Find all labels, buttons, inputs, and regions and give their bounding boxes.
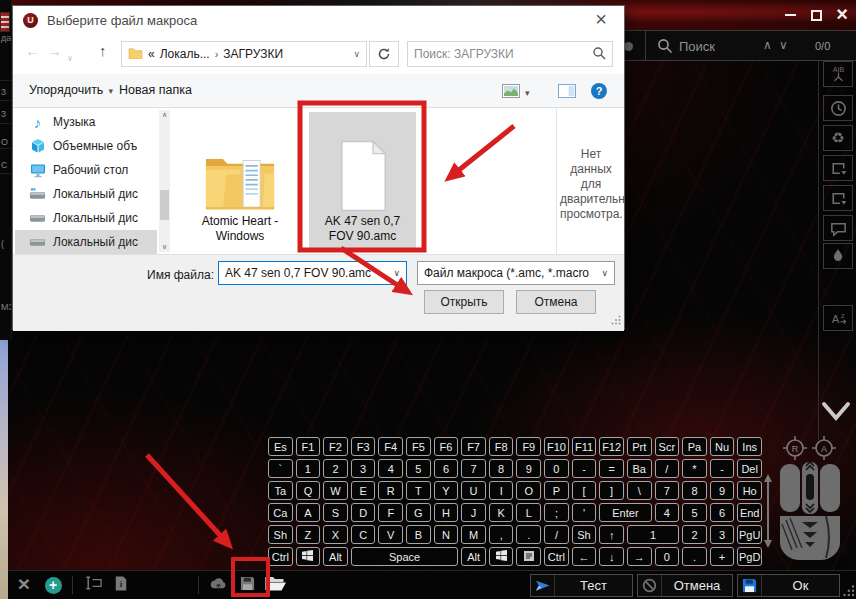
forward-button[interactable] xyxy=(47,42,62,59)
keyboard-key[interactable]: A xyxy=(296,503,321,522)
keyboard-key[interactable]: F4 xyxy=(378,437,403,456)
organize-menu[interactable]: Упорядочить xyxy=(29,83,113,97)
keyboard-key[interactable]: M xyxy=(461,525,486,544)
keyboard-key[interactable]: Scr xyxy=(655,437,680,456)
keyboard-key[interactable]: C xyxy=(351,525,376,544)
preview-pane-button[interactable] xyxy=(558,84,576,98)
keyboard-key[interactable]: Y xyxy=(434,481,459,500)
new-folder-button[interactable]: Новая папка xyxy=(119,83,192,97)
keyboard-key[interactable] xyxy=(489,547,514,566)
keyboard-key[interactable]: ← xyxy=(572,547,597,566)
keyboard-key[interactable]: Ctrl xyxy=(544,547,569,566)
keyboard-key[interactable]: F12 xyxy=(599,437,624,456)
keyboard-key[interactable]: 1 xyxy=(296,459,321,478)
keyboard-key[interactable]: Prt xyxy=(627,437,652,456)
tool-button[interactable] xyxy=(823,243,853,269)
keyboard-key[interactable]: 9 xyxy=(516,459,541,478)
action-button[interactable]: Тест xyxy=(530,574,633,597)
scroll-up-icon[interactable] xyxy=(159,110,170,120)
keyboard-key[interactable]: K xyxy=(489,503,514,522)
keyboard-key[interactable]: F3 xyxy=(351,437,376,456)
sidebar-item[interactable]: Локальный дис xyxy=(15,182,157,206)
keyboard-key[interactable]: 8 xyxy=(489,459,514,478)
keyboard-key[interactable]: F8 xyxy=(489,437,514,456)
tool-button[interactable] xyxy=(823,95,853,121)
keyboard-key[interactable]: F10 xyxy=(544,437,569,456)
view-thumbnails-button[interactable] xyxy=(502,84,520,98)
file-tile[interactable]: Atomic Heart - Windows xyxy=(189,112,291,252)
keyboard-key[interactable]: T xyxy=(406,481,431,500)
crosshair-a-icon[interactable]: A xyxy=(812,436,836,460)
sidebar-item[interactable]: Музыка xyxy=(15,110,157,134)
keyboard-key[interactable]: S xyxy=(323,503,348,522)
file-tile[interactable]: AK 47 sen 0,7 FOV 90.amc xyxy=(309,112,416,252)
keyboard-key[interactable]: E xyxy=(351,481,376,500)
breadcrumb-current[interactable]: ЗАГРУЗКИ xyxy=(223,47,283,61)
keyboard-key[interactable]: N xyxy=(434,525,459,544)
keyboard-key[interactable]: J xyxy=(461,503,486,522)
keyboard-key[interactable]: . xyxy=(682,547,707,566)
resize-grip[interactable] xyxy=(611,314,621,328)
keyboard-key[interactable]: Ba xyxy=(627,459,652,478)
search-prev-button[interactable] xyxy=(763,38,772,52)
crosshair-r-icon[interactable]: R xyxy=(783,436,807,460)
tool-button[interactable] xyxy=(208,575,228,595)
keyboard-key[interactable]: Del xyxy=(737,459,762,478)
keyboard-key[interactable]: End xyxy=(737,503,762,522)
resize-grip[interactable] xyxy=(842,583,855,599)
sidebar-item[interactable]: Объемные объ xyxy=(15,134,157,158)
filename-combobox[interactable]: AK 47 sen 0,7 FOV 90.amc xyxy=(218,261,407,285)
keyboard-key[interactable]: Sh xyxy=(572,525,597,544)
keyboard-key[interactable]: → xyxy=(627,547,652,566)
search-next-button[interactable] xyxy=(779,38,788,52)
keyboard-key[interactable]: * xyxy=(682,459,707,478)
keyboard-key[interactable]: Space xyxy=(351,547,458,566)
keyboard-key[interactable]: . xyxy=(516,525,541,544)
tool-button[interactable] xyxy=(823,155,853,181)
tool-button[interactable] xyxy=(43,575,63,595)
mouse-graphic[interactable] xyxy=(764,462,840,560)
maximize-button[interactable] xyxy=(808,6,824,24)
keyboard-key[interactable]: 3 xyxy=(710,525,735,544)
keyboard-key[interactable]: 2 xyxy=(682,525,707,544)
view-dropdown[interactable] xyxy=(525,88,530,98)
keyboard-key[interactable]: 9 xyxy=(710,481,735,500)
keyboard-key[interactable]: PgU xyxy=(737,525,762,544)
keyboard-key[interactable]: 5 xyxy=(406,459,431,478)
keyboard-key[interactable] xyxy=(296,547,321,566)
keyboard-key[interactable]: F2 xyxy=(323,437,348,456)
keyboard-key[interactable]: 0 xyxy=(655,547,680,566)
keyboard-key[interactable]: F1 xyxy=(296,437,321,456)
keyboard-key[interactable]: ↑ xyxy=(599,525,624,544)
keyboard-key[interactable]: Ta xyxy=(268,481,293,500)
chevron-down-icon[interactable] xyxy=(353,49,360,59)
keyboard-key[interactable]: 1 xyxy=(627,525,679,544)
sidebar-scrollbar[interactable] xyxy=(159,110,170,252)
scroll-down-icon[interactable] xyxy=(159,242,170,252)
tool-button[interactable] xyxy=(237,575,257,595)
keyboard-key[interactable]: - xyxy=(572,459,597,478)
keyboard-key[interactable]: Ho xyxy=(737,481,762,500)
tool-button[interactable]: Az xyxy=(823,305,853,331)
keyboard-key[interactable]: I xyxy=(489,481,514,500)
keyboard-key[interactable]: ] xyxy=(599,481,624,500)
keyboard-key[interactable]: V xyxy=(378,525,403,544)
filetype-combobox[interactable]: Файл макроса (*.amc, *.macro xyxy=(417,261,615,285)
keyboard-key[interactable]: ; xyxy=(544,503,569,522)
tool-button[interactable] xyxy=(823,185,853,211)
help-button[interactable] xyxy=(591,83,607,99)
keyboard-key[interactable]: F xyxy=(378,503,403,522)
keyboard-key[interactable]: P xyxy=(544,481,569,500)
tool-button[interactable] xyxy=(14,575,34,595)
keyboard-key[interactable]: F6 xyxy=(434,437,459,456)
tool-button[interactable] xyxy=(823,215,853,241)
tool-button[interactable] xyxy=(82,575,102,595)
keyboard-key[interactable]: = xyxy=(599,459,624,478)
keyboard-key[interactable]: ' xyxy=(572,503,597,522)
keyboard-key[interactable]: PgD xyxy=(737,547,762,566)
keyboard-key[interactable]: W xyxy=(323,481,348,500)
keyboard-key[interactable]: 7 xyxy=(655,481,680,500)
keyboard-key[interactable]: R xyxy=(378,481,403,500)
keyboard-key[interactable]: L xyxy=(516,503,541,522)
keyboard-key[interactable]: F5 xyxy=(406,437,431,456)
